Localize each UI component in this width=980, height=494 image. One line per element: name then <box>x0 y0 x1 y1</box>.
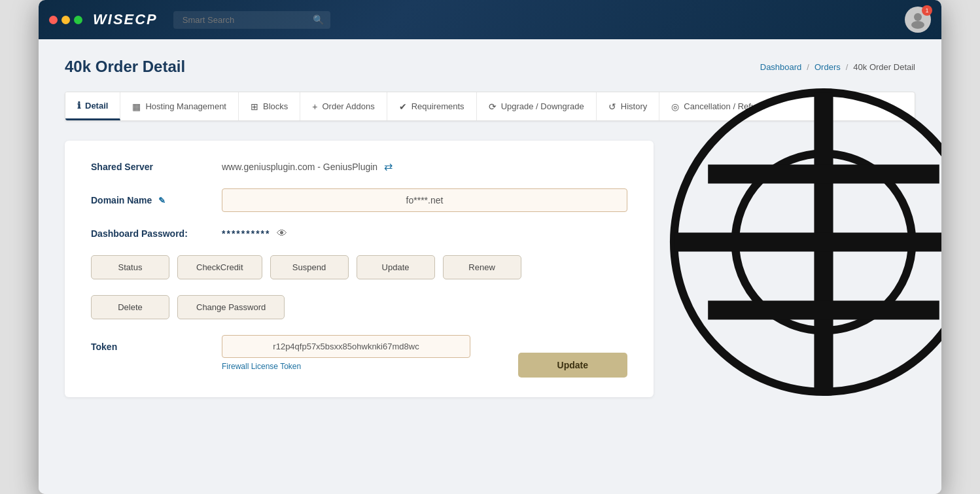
tab-cancellation[interactable]: ◎ Cancellation / Refund <box>659 92 777 120</box>
tab-history-label: History <box>621 101 647 111</box>
background-logo <box>654 72 941 412</box>
dashboard-password-row: Dashboard Password: ********** 👁 <box>91 228 627 239</box>
svg-point-1 <box>911 21 924 29</box>
app-window: WISECP 🔍 1 <box>39 0 941 494</box>
check-credit-button[interactable]: CheckCredit <box>177 255 262 279</box>
token-label: Token <box>91 335 222 352</box>
tab-blocks[interactable]: ⊞ Blocks <box>239 92 300 120</box>
renew-button[interactable]: Renew <box>443 255 521 279</box>
update-button[interactable]: Update <box>357 255 435 279</box>
shared-server-text: www.geniusplugin.com - GeniusPlugin <box>222 162 377 172</box>
close-button[interactable] <box>49 16 58 24</box>
status-button[interactable]: Status <box>91 255 169 279</box>
titlebar: WISECP 🔍 1 <box>39 0 941 39</box>
svg-point-0 <box>914 13 922 21</box>
token-hint: Firewall License Token <box>222 362 470 371</box>
tab-upgrade[interactable]: ⟳ Upgrade / Downgrade <box>477 92 597 120</box>
shared-server-label: Shared Server <box>91 162 222 172</box>
addons-icon: + <box>312 101 317 112</box>
window-controls <box>49 16 82 24</box>
suspend-button[interactable]: Suspend <box>270 255 349 279</box>
tab-addons-label: Order Addons <box>322 101 374 111</box>
page-title: 40k Order Detail <box>65 58 185 76</box>
tab-requirements-label: Requirements <box>411 101 464 111</box>
maximize-button[interactable] <box>74 16 82 24</box>
tab-detail-label: Detail <box>85 101 108 111</box>
tabs-bar: ℹ Detail ▦ Hosting Management ⊞ Blocks +… <box>65 92 915 121</box>
password-value-row: ********** 👁 <box>222 228 287 239</box>
app-logo: WISECP <box>93 11 158 28</box>
tab-detail[interactable]: ℹ Detail <box>65 92 120 120</box>
hosting-icon: ▦ <box>132 101 141 112</box>
page-header: 40k Order Detail Dashboard / Orders / 40… <box>65 58 915 76</box>
domain-name-row: Domain Name ✎ <box>91 188 627 212</box>
breadcrumb-sep2: / <box>846 62 849 72</box>
breadcrumb-current: 40k Order Detail <box>853 62 915 72</box>
svg-point-2 <box>674 92 941 392</box>
edit-domain-icon[interactable]: ✎ <box>158 196 166 205</box>
blocks-icon: ⊞ <box>251 101 258 112</box>
breadcrumb-dashboard[interactable]: Dashboard <box>760 62 802 72</box>
dashboard-password-label: Dashboard Password: <box>91 228 222 239</box>
shared-server-value: www.geniusplugin.com - GeniusPlugin ⇄ <box>222 160 393 173</box>
swap-icon[interactable]: ⇄ <box>384 160 393 173</box>
eye-icon[interactable]: 👁 <box>277 228 287 239</box>
domain-name-label: Domain Name ✎ <box>91 195 222 205</box>
action-buttons-group: Status CheckCredit Suspend Update Renew <box>91 255 627 279</box>
token-input[interactable] <box>222 335 470 358</box>
shared-server-row: Shared Server www.geniusplugin.com - Gen… <box>91 160 627 173</box>
content-area: 40k Order Detail Dashboard / Orders / 40… <box>39 39 941 494</box>
notification-badge: 1 <box>922 5 932 16</box>
tab-hosting-label: Hosting Management <box>145 101 226 111</box>
search-wrapper: 🔍 <box>173 11 330 29</box>
form-section: Shared Server www.geniusplugin.com - Gen… <box>65 141 654 397</box>
tab-history[interactable]: ↺ History <box>597 92 659 120</box>
password-dots: ********** <box>222 228 270 239</box>
delete-button[interactable]: Delete <box>91 295 169 319</box>
titlebar-right: 1 <box>905 7 931 33</box>
domain-name-input[interactable] <box>222 188 627 212</box>
cancellation-icon: ◎ <box>671 101 679 112</box>
detail-icon: ℹ <box>77 100 80 111</box>
breadcrumb-orders[interactable]: Orders <box>814 62 841 72</box>
breadcrumb: Dashboard / Orders / 40k Order Detail <box>760 62 915 72</box>
svg-point-3 <box>735 154 912 330</box>
action-buttons-group2: Delete Change Password <box>91 295 627 319</box>
minimize-button[interactable] <box>61 16 70 24</box>
tab-hosting[interactable]: ▦ Hosting Management <box>120 92 239 120</box>
tab-blocks-label: Blocks <box>263 101 288 111</box>
history-icon: ↺ <box>608 101 616 112</box>
tab-order-addons[interactable]: + Order Addons <box>300 92 387 120</box>
search-input[interactable] <box>173 11 330 29</box>
breadcrumb-sep1: / <box>807 62 809 72</box>
upgrade-icon: ⟳ <box>489 101 497 112</box>
tab-upgrade-label: Upgrade / Downgrade <box>501 101 584 111</box>
update-bottom-button[interactable]: Update <box>518 353 627 378</box>
requirements-icon: ✔ <box>399 101 407 112</box>
tab-requirements[interactable]: ✔ Requirements <box>387 92 477 120</box>
search-icon: 🔍 <box>313 14 324 25</box>
tab-cancellation-label: Cancellation / Refund <box>684 101 765 111</box>
change-password-button[interactable]: Change Password <box>177 295 285 319</box>
token-field-wrapper: Firewall License Token <box>222 335 470 371</box>
domain-input-wrapper <box>222 188 627 212</box>
avatar-wrapper[interactable]: 1 <box>905 7 931 33</box>
